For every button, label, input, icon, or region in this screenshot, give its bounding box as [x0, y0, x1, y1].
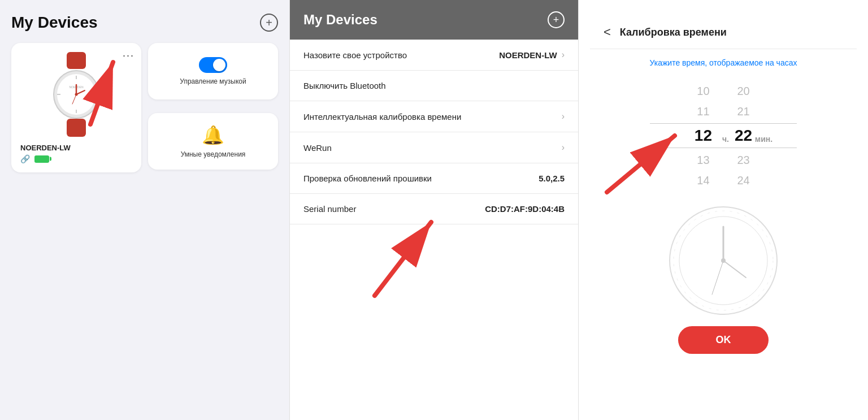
menu-label-werun: WeRun	[303, 143, 332, 153]
menu-label-bluetooth: Выключить Bluetooth	[303, 81, 386, 90]
svg-point-12	[75, 93, 78, 96]
minute-24: 24	[737, 170, 749, 190]
minute-20: 20	[737, 81, 749, 101]
clock-face-container	[590, 204, 857, 317]
time-calibration-subtitle: Укажите время, отображаемое на часах	[590, 49, 857, 72]
menu-value-device-name: NOERDEN-LW	[499, 50, 557, 60]
hour-14: 14	[697, 170, 709, 190]
dots-menu-button[interactable]: ···	[123, 50, 134, 62]
minute-23: 23	[737, 150, 749, 170]
add-device-button[interactable]: +	[260, 14, 278, 32]
menu-value-serial: CD:D7:AF:9D:04:4B	[485, 204, 565, 214]
chevron-icon-werun: ›	[562, 142, 565, 153]
menu-item-firmware[interactable]: Проверка обновлений прошивки 5.0,2.5	[290, 163, 578, 194]
watch-illustration: NOERDEN	[20, 52, 132, 137]
back-button[interactable]: <	[604, 25, 611, 40]
hour-10: 10	[697, 81, 709, 101]
panel-my-devices-2: My Devices + Назовите свое устройство NO…	[289, 0, 579, 420]
hour-11: 11	[697, 101, 709, 122]
menu-label-device-name: Назовите свое устройство	[303, 50, 407, 60]
notifications-label: Умные уведомления	[181, 150, 246, 158]
bell-icon: 🔔	[202, 124, 224, 146]
device-name-label: NOERDEN-LW	[20, 144, 71, 152]
menu-item-bluetooth[interactable]: Выключить Bluetooth	[290, 71, 578, 101]
minute-22-selected: 22 мин.	[735, 122, 752, 150]
hours-column[interactable]: 10 11 12 ч. 13 14	[695, 81, 712, 190]
music-toggle[interactable]	[199, 57, 227, 73]
menu-item-serial[interactable]: Serial number CD:D7:AF:9D:04:4B	[290, 194, 578, 224]
panel3-header: < Калибровка времени	[590, 14, 857, 49]
panel-time-calibration: < Калибровка времени Укажите время, отоб…	[579, 0, 868, 420]
music-label: Управление музыкой	[180, 77, 246, 85]
link-icon: 🔗	[20, 154, 30, 163]
notifications-card[interactable]: 🔔 Умные уведомления	[148, 113, 278, 170]
clock-face-svg	[667, 204, 780, 317]
panel2-add-button[interactable]: +	[548, 11, 565, 28]
feature-cards: Управление музыкой 🔔 Умные уведомления	[148, 43, 278, 172]
minute-label: мин.	[755, 132, 772, 146]
panel-my-devices-1: My Devices + ···	[0, 0, 289, 420]
panel2-title: My Devices	[303, 12, 377, 28]
menu-right-device-name: NOERDEN-LW ›	[499, 50, 565, 60]
panel1-header: My Devices +	[11, 14, 278, 32]
menu-label-firmware: Проверка обновлений прошивки	[303, 174, 432, 183]
svg-line-16	[375, 222, 431, 296]
panel3-title: Калибровка времени	[620, 27, 727, 38]
minute-21: 21	[737, 101, 749, 122]
time-picker: 10 11 12 ч. 13 14 20 21 22 мин. 23 24	[590, 76, 857, 195]
svg-rect-0	[67, 52, 86, 69]
menu-item-werun[interactable]: WeRun ›	[290, 132, 578, 163]
svg-rect-1	[67, 119, 86, 137]
menu-value-firmware: 5.0,2.5	[539, 174, 565, 183]
ok-button[interactable]: OK	[678, 326, 769, 354]
menu-item-time-calibration[interactable]: Интеллектуальная калибровка времени ›	[290, 101, 578, 132]
devices-grid: ··· NOERDEN	[11, 43, 278, 172]
chevron-icon-time-calibration: ›	[562, 111, 565, 122]
battery-indicator	[34, 155, 49, 163]
panel2-header: My Devices +	[290, 0, 578, 40]
hour-13: 13	[697, 150, 709, 170]
hour-12-selected: 12 ч.	[695, 122, 712, 150]
svg-point-23	[721, 258, 726, 263]
menu-label-serial: Serial number	[303, 204, 356, 214]
menu-label-time-calibration: Интеллектуальная калибровка времени	[303, 112, 461, 122]
panel1-title: My Devices	[11, 14, 98, 32]
device-card-main[interactable]: ··· NOERDEN	[11, 43, 141, 172]
music-control-card[interactable]: Управление музыкой	[148, 43, 278, 99]
hour-label: ч.	[722, 132, 729, 146]
minutes-column[interactable]: 20 21 22 мин. 23 24	[735, 81, 752, 190]
menu-item-device-name[interactable]: Назовите свое устройство NOERDEN-LW ›	[290, 40, 578, 71]
device-status: 🔗	[20, 154, 49, 163]
chevron-icon-device-name: ›	[562, 50, 565, 60]
